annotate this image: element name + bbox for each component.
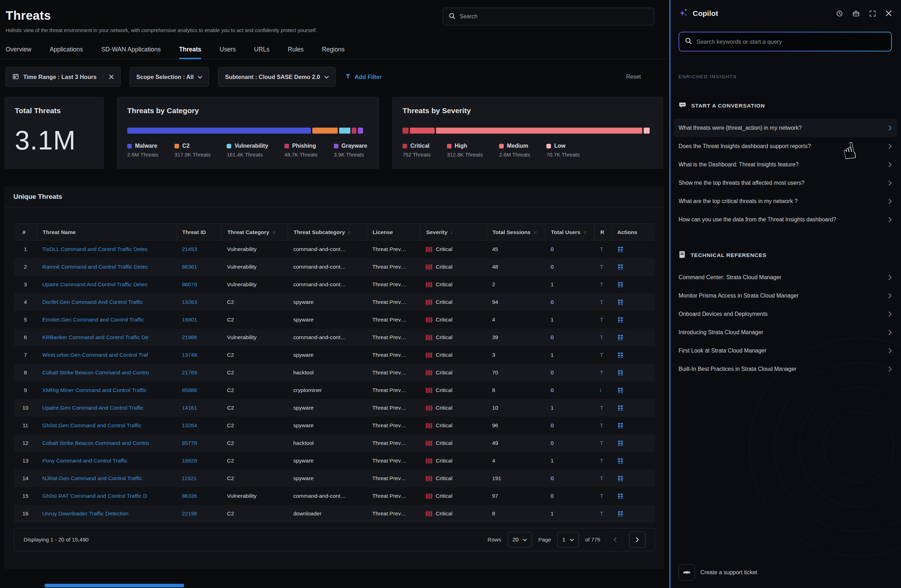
open-table-view-icon[interactable]	[617, 440, 624, 447]
reference-link[interactable]: Monitor Prisma Access in Strata Cloud Ma…	[673, 287, 897, 305]
cell-threat-name-link[interactable]: KRBanker Command and Control Traffic De	[37, 334, 176, 340]
open-table-view-icon[interactable]	[617, 299, 624, 306]
cell-threat-id-link[interactable]: 86078	[176, 281, 221, 288]
cell-threat-id-link[interactable]: 18828	[176, 458, 221, 464]
cell-r-link[interactable]: T	[594, 370, 611, 376]
tab[interactable]: URLs	[254, 46, 270, 59]
briefcase-icon[interactable]	[853, 10, 860, 17]
next-page-button[interactable]	[629, 532, 645, 548]
column-header[interactable]: Severity ↓	[420, 224, 486, 241]
tab[interactable]: Threats	[179, 46, 201, 59]
cell-threat-name-link[interactable]: Pony Command and Control Traffic	[37, 458, 176, 464]
conversation-suggestion[interactable]: Show me the top threats that affected mo…	[673, 174, 897, 192]
global-search[interactable]	[443, 8, 654, 25]
time-range-filter-chip[interactable]: Time Range : Last 3 Hours	[6, 67, 120, 87]
cell-threat-id-link[interactable]: 21453	[176, 246, 221, 253]
reference-link[interactable]: First Look at Strata Cloud Manager	[673, 342, 897, 360]
column-header[interactable]: #	[14, 224, 37, 241]
tab[interactable]: Rules	[288, 46, 304, 59]
open-table-view-icon[interactable]	[617, 475, 624, 482]
cell-r-link[interactable]: T	[594, 405, 611, 411]
cell-threat-id-link[interactable]: 85778	[176, 440, 221, 446]
cell-r-link[interactable]: i	[594, 387, 611, 393]
column-header[interactable]: Threat Name	[37, 224, 176, 241]
cell-threat-id-link[interactable]: 21986	[176, 334, 221, 340]
conversation-suggestion[interactable]: What threats were {threat_action} in my …	[673, 119, 897, 137]
cell-threat-name-link[interactable]: Gh0st.Gen Command and Control Traffic	[37, 422, 176, 429]
column-header[interactable]: Total Sessions ↓↑	[486, 224, 545, 241]
cell-r-link[interactable]: T	[594, 334, 611, 340]
open-table-view-icon[interactable]	[617, 246, 624, 253]
cell-threat-name-link[interactable]: Cobalt Strike Beacon Command and Contro	[37, 440, 176, 446]
sort-icon[interactable]: ↓↑	[583, 230, 586, 235]
cell-threat-id-link[interactable]: 86361	[176, 264, 221, 270]
create-support-ticket-label[interactable]: Create a support ticket	[700, 569, 757, 576]
cell-threat-id-link[interactable]: 14161	[176, 405, 221, 411]
conversation-suggestion[interactable]: Does the Threat Insights dashboard suppo…	[673, 137, 897, 156]
cell-r-link[interactable]: T	[594, 264, 611, 270]
cell-threat-name-link[interactable]: Gh0st RAT Command and Control Traffic D	[37, 493, 176, 499]
cell-r-link[interactable]: T	[594, 422, 611, 429]
rows-per-page-select[interactable]: 20	[508, 532, 532, 547]
open-table-view-icon[interactable]	[617, 404, 624, 412]
reset-button[interactable]: Reset	[626, 74, 641, 80]
conversation-suggestion[interactable]: How can you use the data from the Threat…	[673, 211, 897, 229]
cell-r-link[interactable]: T	[594, 510, 611, 517]
cell-threat-name-link[interactable]: Emotet.Gen Command and Control Traffic	[37, 317, 176, 323]
column-header[interactable]: License	[366, 224, 420, 241]
cell-threat-name-link[interactable]: Upatre.Gen Command And Control Traffic	[37, 405, 176, 411]
subtenant-filter-chip[interactable]: Subtenant : Cloud SASE Demo 2.0	[218, 67, 335, 87]
tab[interactable]: Users	[220, 46, 236, 59]
open-table-view-icon[interactable]	[617, 457, 624, 464]
open-table-view-icon[interactable]	[617, 510, 624, 517]
handshake-icon[interactable]	[678, 565, 695, 580]
remove-time-range-filter-button[interactable]	[103, 74, 114, 79]
cell-r-link[interactable]: T	[594, 440, 611, 446]
column-header[interactable]: Threat ID	[176, 224, 221, 241]
cell-threat-name-link[interactable]: NJRat.Gen Command and Control Traffic	[37, 475, 176, 482]
cell-threat-name-link[interactable]: Ramnit Command and Control Traffic Detec	[37, 264, 176, 270]
cell-r-link[interactable]: T	[594, 352, 611, 358]
tab[interactable]: Applications	[50, 46, 83, 59]
open-table-view-icon[interactable]	[617, 351, 624, 359]
column-header[interactable]: Threat Subcategory ↓↑	[288, 224, 366, 241]
sort-icon[interactable]: ↓↑	[348, 230, 351, 235]
sort-icon[interactable]: ↓↑	[533, 230, 536, 235]
copilot-search-input[interactable]	[697, 38, 885, 45]
reference-link[interactable]: Introducing Strata Cloud Manager	[673, 323, 897, 342]
search-input[interactable]	[460, 13, 648, 20]
close-icon[interactable]	[885, 10, 892, 17]
sort-icon[interactable]: ↓	[450, 229, 452, 235]
cell-threat-id-link[interactable]: 18801	[176, 317, 221, 323]
cell-threat-id-link[interactable]: 22198	[176, 510, 221, 517]
open-table-view-icon[interactable]	[617, 334, 624, 341]
column-header[interactable]: Threat Category ↓↑	[221, 224, 288, 241]
cell-threat-name-link[interactable]: Upatre Command And Control Traffic Detec	[37, 281, 176, 288]
page-select[interactable]: 1	[557, 532, 579, 547]
cell-r-link[interactable]: T	[594, 281, 611, 288]
cell-threat-name-link[interactable]: Dorifel.Gen Command And Control Traffic	[37, 299, 176, 305]
cell-threat-name-link[interactable]: WireLurker.Gen Command and Control Traf	[37, 352, 176, 358]
reference-link[interactable]: Built-In Best Practices in Strata Cloud …	[673, 360, 897, 378]
cell-r-link[interactable]: T	[594, 246, 611, 253]
history-icon[interactable]	[836, 10, 843, 17]
cell-r-link[interactable]: T	[594, 299, 611, 305]
column-header[interactable]: Actions	[611, 224, 651, 241]
cell-r-link[interactable]: T	[594, 475, 611, 482]
cell-threat-name-link[interactable]: XMRig Miner Command and Control Traffic	[37, 387, 176, 393]
copilot-search-field[interactable]	[679, 33, 891, 51]
add-filter-button[interactable]: Add Filter	[345, 73, 382, 81]
open-table-view-icon[interactable]	[617, 281, 624, 288]
conversation-suggestion[interactable]: What is the Dashboard: Threat Insights f…	[673, 156, 897, 174]
column-header[interactable]: Total Users ↓↑	[545, 224, 594, 241]
cell-threat-id-link[interactable]: 11921	[176, 475, 221, 482]
cell-threat-id-link[interactable]: 13263	[176, 299, 221, 305]
cell-threat-id-link[interactable]: 85886	[176, 387, 221, 393]
open-table-view-icon[interactable]	[617, 493, 624, 499]
cell-r-link[interactable]: T	[594, 317, 611, 323]
open-table-view-icon[interactable]	[617, 387, 624, 394]
cell-threat-id-link[interactable]: 21789	[176, 370, 221, 376]
tab[interactable]: Overview	[6, 46, 31, 59]
tab[interactable]: SD-WAN Applications	[101, 46, 161, 59]
sort-icon[interactable]: ↓↑	[272, 230, 275, 235]
